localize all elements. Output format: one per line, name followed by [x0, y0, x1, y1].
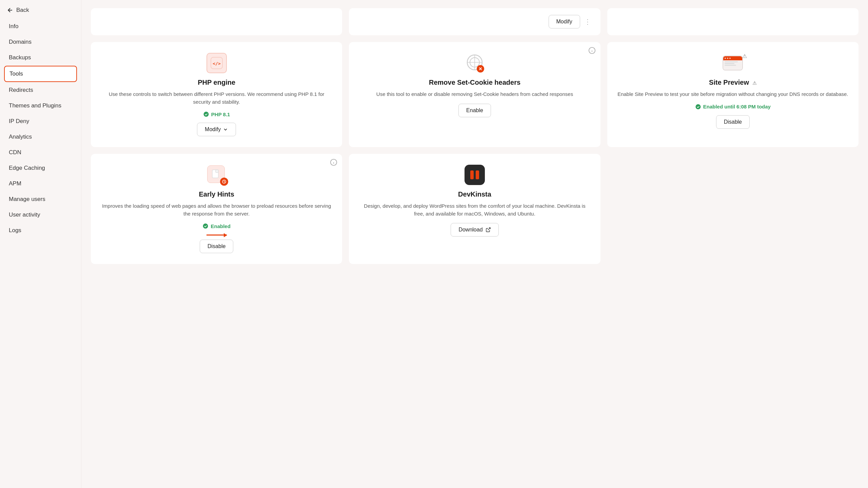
early-hints-card: Early Hints Improves the loading speed o… [91, 154, 342, 264]
sidebar-item-backups[interactable]: Backups [4, 50, 77, 65]
early-hints-check-icon [202, 223, 209, 229]
sidebar-item-apm[interactable]: APM [4, 176, 77, 191]
cookie-info-icon[interactable] [588, 47, 596, 54]
php-engine-status: PHP 8.1 [203, 111, 230, 117]
svg-line-14 [488, 228, 490, 230]
cookie-enable-button[interactable]: Enable [458, 104, 491, 117]
php-engine-card: </> PHP engine Use these controls to swi… [91, 42, 342, 147]
sidebar-item-logs[interactable]: Logs [4, 223, 77, 238]
svg-point-8 [695, 104, 701, 109]
early-hints-arrow [206, 235, 227, 236]
sidebar-item-analytics[interactable]: Analytics [4, 129, 77, 144]
back-button[interactable]: Back [0, 0, 81, 19]
empty-card-slot [607, 154, 859, 264]
remove-cookie-card: Remove Set-Cookie headers Use this tool … [349, 42, 600, 147]
sidebar-item-tools[interactable]: Tools [4, 66, 77, 82]
sidebar-item-domains[interactable]: Domains [4, 35, 77, 49]
sidebar-item-cdn[interactable]: CDN [4, 145, 77, 160]
top-partial-row: Modify ⋮ [91, 8, 859, 35]
early-hints-badge [220, 178, 228, 186]
early-hints-info-icon[interactable] [330, 159, 337, 166]
site-preview-status: Enabled until 6:08 PM today [695, 104, 771, 110]
php-status-check-icon [203, 111, 209, 117]
sidebar-item-redirects[interactable]: Redirects [4, 83, 77, 98]
site-preview-icon-container: ⚠ [723, 53, 743, 73]
cookie-error-badge [477, 65, 484, 73]
early-hints-icon-container [206, 165, 227, 185]
top-modify-button[interactable]: Modify [549, 15, 580, 28]
cookie-icon-container [465, 53, 485, 73]
partial-card-1 [91, 8, 342, 35]
site-preview-check-icon [695, 104, 701, 110]
top-more-icon[interactable]: ⋮ [584, 18, 591, 25]
site-preview-warning-icon: ⚠ [742, 53, 747, 59]
back-arrow-icon [7, 7, 14, 14]
early-hints-title: Early Hints [199, 190, 234, 198]
svg-rect-11 [216, 170, 218, 172]
partial-card-3 [607, 8, 859, 35]
sidebar-item-user-activity[interactable]: User activity [4, 207, 77, 222]
early-hints-desc: Improves the loading speed of web pages … [100, 202, 333, 218]
partial-card-2: Modify ⋮ [349, 8, 600, 35]
site-preview-disable-button[interactable]: Disable [716, 115, 750, 129]
site-preview-card: ⚠ Site Preview ⚠ Enable Site Preview to … [607, 42, 859, 147]
sidebar-item-info[interactable]: Info [4, 19, 77, 34]
cookie-desc: Use this tool to enable or disable remov… [376, 90, 573, 98]
modify-chevron-icon [223, 127, 228, 132]
site-preview-title: Site Preview ⚠ [709, 79, 756, 86]
sidebar: Back Info Domains Backups Tools Redirect… [0, 0, 81, 488]
cards-grid: </> PHP engine Use these controls to swi… [91, 42, 859, 264]
svg-point-13 [203, 224, 208, 229]
back-label: Back [16, 7, 29, 14]
devkinsta-title: DevKinsta [458, 190, 491, 198]
php-engine-desc: Use these controls to switch between dif… [100, 90, 333, 106]
devkinsta-icon-container [465, 165, 485, 185]
svg-point-2 [203, 112, 209, 117]
early-hints-disable-button[interactable]: Disable [200, 240, 233, 253]
sidebar-item-ip-deny[interactable]: IP Deny [4, 114, 77, 129]
early-hints-status: Enabled [202, 223, 230, 229]
php-engine-modify-button[interactable]: Modify [197, 123, 236, 136]
sidebar-nav: Info Domains Backups Tools Redirects The… [0, 19, 81, 238]
devkinsta-card: DevKinsta Design, develop, and deploy Wo… [349, 154, 600, 264]
sidebar-item-themes-plugins[interactable]: Themes and Plugins [4, 98, 77, 113]
main-content: Modify ⋮ </> PHP engine Use these contro… [81, 0, 868, 488]
svg-text:</>: </> [213, 61, 221, 66]
devkinsta-desc: Design, develop, and deploy WordPress si… [358, 202, 591, 218]
cookie-title: Remove Set-Cookie headers [429, 79, 520, 86]
site-preview-title-warning: ⚠ [752, 80, 757, 86]
site-preview-desc: Enable Site Preview to test your site be… [617, 90, 848, 98]
devkinsta-download-button[interactable]: Download [451, 223, 498, 237]
sidebar-item-manage-users[interactable]: Manage users [4, 192, 77, 207]
php-engine-icon: </> [206, 53, 227, 73]
arrow-line [206, 235, 227, 236]
sidebar-item-edge-caching[interactable]: Edge Caching [4, 161, 77, 176]
php-engine-title: PHP engine [198, 79, 235, 86]
external-link-icon [486, 227, 491, 232]
